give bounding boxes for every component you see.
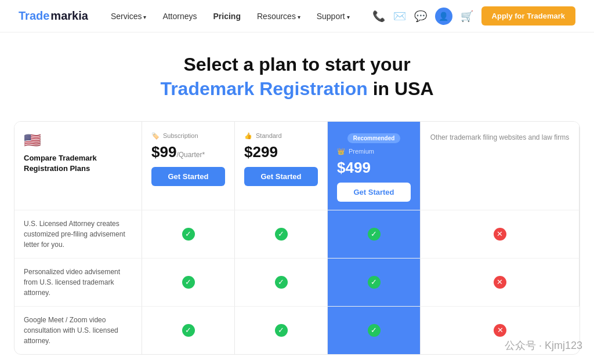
check-icon: ✓ xyxy=(182,276,195,289)
feature-3-premium: ✓ xyxy=(328,306,421,354)
check-icon: ✓ xyxy=(275,276,288,289)
subscription-label: 🏷️ Subscription xyxy=(151,132,225,140)
check-icon: ✓ xyxy=(368,228,381,241)
premium-icon: 👑 xyxy=(337,148,345,155)
user-icon[interactable]: 👤 xyxy=(435,8,452,25)
feature-3-other: ✕ xyxy=(421,306,579,354)
pricing-grid: 🇺🇸 Compare Trademark Registration Plans … xyxy=(14,121,580,355)
nav-pricing[interactable]: Pricing xyxy=(213,12,241,21)
compare-column-header: 🇺🇸 Compare Trademark Registration Plans xyxy=(15,122,142,210)
hero-section: Select a plan to start your Trademark Re… xyxy=(0,32,594,112)
premium-price: $499 xyxy=(337,159,411,177)
apply-button[interactable]: Apply for Trademark xyxy=(481,6,575,26)
nav-services[interactable]: Services xyxy=(111,12,146,21)
nav-icons: 📞 ✉️ 💬 👤 🛒 Apply for Trademark xyxy=(372,6,575,26)
x-icon: ✕ xyxy=(494,228,506,241)
standard-cta[interactable]: Get Started xyxy=(244,167,318,186)
feature-2-other: ✕ xyxy=(421,258,579,306)
other-col-text: Other trademark filing websites and law … xyxy=(430,132,569,143)
feature-1-subscription: ✓ xyxy=(142,210,235,258)
check-icon: ✓ xyxy=(275,324,288,337)
navbar: Trademarkia Services Attorneys Pricing R… xyxy=(0,0,594,32)
premium-column-header: Recommended 👑 Premium $499 Get Started xyxy=(328,122,421,210)
premium-cta[interactable]: Get Started xyxy=(337,183,411,202)
feature-1-description: U.S. Licensed Attorney creates customize… xyxy=(15,210,142,258)
feature-1-premium: ✓ xyxy=(328,210,421,258)
feature-3-subscription: ✓ xyxy=(142,306,235,354)
hero-line2: Trademark Registration in USA xyxy=(12,78,582,100)
email-icon[interactable]: ✉️ xyxy=(393,10,406,23)
nav-links: Services Attorneys Pricing Resources Sup… xyxy=(111,12,350,21)
feature-2-premium: ✓ xyxy=(328,258,421,306)
subscription-cta[interactable]: Get Started xyxy=(151,167,225,186)
nav-attorneys[interactable]: Attorneys xyxy=(162,12,197,21)
nav-support[interactable]: Support xyxy=(317,12,350,21)
nav-resources[interactable]: Resources xyxy=(257,12,300,21)
pricing-section: 🇺🇸 Compare Trademark Registration Plans … xyxy=(0,112,594,355)
flag-icon: 🇺🇸 xyxy=(24,132,132,148)
subscription-price: $99/Quarter* xyxy=(151,143,225,161)
feature-2-subscription: ✓ xyxy=(142,258,235,306)
feature-1-other: ✕ xyxy=(421,210,579,258)
hero-line1: Select a plan to start your xyxy=(12,53,582,75)
feature-1-standard: ✓ xyxy=(235,210,328,258)
check-icon: ✓ xyxy=(368,324,381,337)
premium-label: 👑 Premium xyxy=(337,148,411,155)
x-icon: ✕ xyxy=(494,276,506,289)
check-icon: ✓ xyxy=(368,276,381,289)
check-icon: ✓ xyxy=(275,228,288,241)
feature-3-description: Google Meet / Zoom video consultation wi… xyxy=(15,306,142,354)
feature-2-description: Personalized video advisement from U.S. … xyxy=(15,258,142,306)
chat-icon[interactable]: 💬 xyxy=(414,10,427,23)
standard-icon: 👍 xyxy=(244,132,252,140)
compare-title: Compare Trademark Registration Plans xyxy=(24,153,132,174)
cart-icon[interactable]: 🛒 xyxy=(461,10,473,23)
standard-price: $299 xyxy=(244,143,318,161)
subscription-column-header: 🏷️ Subscription $99/Quarter* Get Started xyxy=(142,122,235,210)
check-icon: ✓ xyxy=(182,228,195,241)
check-icon: ✓ xyxy=(182,324,195,337)
standard-label: 👍 Standard xyxy=(244,132,318,140)
recommended-badge: Recommended xyxy=(347,133,401,143)
hero-blue-text: Trademark Registration xyxy=(160,78,367,99)
logo[interactable]: Trademarkia xyxy=(19,9,88,23)
phone-icon[interactable]: 📞 xyxy=(372,10,385,23)
standard-column-header: 👍 Standard $299 Get Started xyxy=(235,122,328,210)
feature-2-standard: ✓ xyxy=(235,258,328,306)
subscription-icon: 🏷️ xyxy=(151,132,160,140)
feature-3-standard: ✓ xyxy=(235,306,328,354)
other-column-header: Other trademark filing websites and law … xyxy=(421,122,579,210)
x-icon: ✕ xyxy=(494,324,506,337)
hero-black-text: in USA xyxy=(368,78,434,99)
